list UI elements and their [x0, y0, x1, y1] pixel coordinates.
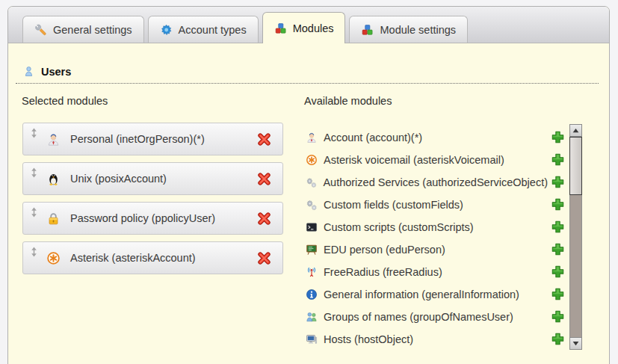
- selected-modules-list: Personal (inetOrgPerson)(*) Unix (posixA…: [22, 123, 283, 281]
- available-module-row: General information (generalInformation): [306, 283, 567, 306]
- available-module-row: EDU person (eduPerson): [306, 238, 567, 261]
- green-plus-add-icon[interactable]: [551, 287, 565, 301]
- green-plus-add-icon[interactable]: [551, 152, 565, 167]
- module-label: Authorized Services (authorizedServiceOb…: [323, 176, 548, 188]
- available-module-row: FreeRadius (freeRadius): [306, 261, 567, 283]
- triangle-up-icon: [572, 128, 579, 133]
- modules-icon: [361, 24, 374, 36]
- available-module-row: Groups of names (groupOfNamesUser): [306, 306, 567, 328]
- red-x-delete-icon[interactable]: [256, 211, 272, 226]
- module-label: Password policy (ppolicyUser): [70, 212, 256, 224]
- user-icon: [23, 65, 34, 78]
- available-module-row: Custom scripts (customScripts): [306, 216, 567, 238]
- antenna-icon: [306, 266, 318, 278]
- module-label: Hosts (hostObject): [324, 333, 413, 345]
- selected-module-row[interactable]: Personal (inetOrgPerson)(*): [22, 123, 283, 155]
- section-title: Users: [41, 66, 71, 78]
- computer-icon: [306, 333, 318, 345]
- info-icon: [306, 289, 318, 300]
- tab-bar: General settings Account types Modules M…: [8, 7, 609, 43]
- available-modules-scrollbar[interactable]: [569, 124, 582, 350]
- tab-label: General settings: [53, 24, 132, 36]
- module-label: Custom scripts (customScripts): [324, 221, 474, 233]
- red-x-delete-icon[interactable]: [256, 250, 272, 266]
- gear-icon: [160, 24, 173, 36]
- red-x-delete-icon[interactable]: [256, 132, 272, 147]
- scroll-up-button[interactable]: [569, 124, 582, 137]
- person-icon: [306, 132, 318, 144]
- available-module-row: Hosts (hostObject): [306, 328, 567, 351]
- green-plus-add-icon[interactable]: [551, 197, 565, 212]
- module-label: FreeRadius (freeRadius): [324, 266, 442, 278]
- asterisk-icon: [46, 251, 61, 265]
- asterisk-icon: [306, 154, 318, 166]
- group-icon: [306, 311, 318, 323]
- available-module-row: Asterisk voicemail (asteriskVoicemail): [306, 149, 567, 171]
- gears-icon: [306, 176, 317, 188]
- available-module-row: Authorized Services (authorizedServiceOb…: [306, 171, 567, 194]
- users-section-header: Users: [16, 65, 599, 84]
- triangle-down-icon: [572, 341, 579, 346]
- green-plus-add-icon[interactable]: [551, 332, 565, 346]
- available-modules-list: Account (account)(*) Asterisk voicemail …: [306, 126, 567, 351]
- red-x-delete-icon[interactable]: [256, 171, 272, 187]
- scroll-down-button[interactable]: [569, 337, 582, 350]
- module-label: General information (generalInformation): [324, 289, 519, 300]
- green-plus-add-icon[interactable]: [551, 130, 565, 144]
- selected-module-row[interactable]: Asterisk (asteriskAccount): [22, 241, 283, 274]
- green-plus-add-icon[interactable]: [551, 265, 565, 279]
- configuration-window: General settings Account types Modules M…: [7, 6, 610, 364]
- module-label: Unix (posixAccount): [70, 173, 256, 185]
- gears-icon: [306, 199, 318, 211]
- modules-icon: [274, 22, 287, 34]
- selected-module-row[interactable]: Unix (posixAccount): [22, 162, 283, 195]
- penguin-icon: [46, 172, 61, 186]
- lock-icon: [46, 212, 61, 226]
- module-label: Account (account)(*): [324, 132, 422, 144]
- scrollbar-thumb[interactable]: [569, 137, 582, 195]
- module-label: Personal (inetOrgPerson)(*): [70, 133, 256, 145]
- scrollbar-track[interactable]: [569, 137, 582, 337]
- wrench-icon: [34, 24, 47, 36]
- tab-label: Module settings: [380, 24, 456, 36]
- green-plus-add-icon[interactable]: [551, 220, 565, 234]
- green-plus-add-icon[interactable]: [551, 242, 565, 256]
- tab-account-types[interactable]: Account types: [148, 16, 259, 43]
- module-label: Asterisk (asteriskAccount): [70, 252, 256, 264]
- module-label: Custom fields (customFields): [324, 199, 463, 211]
- tab-label: Modules: [293, 22, 334, 34]
- modules-tab-content: Users Selected modules Available modules…: [8, 44, 609, 364]
- available-module-row: Custom fields (customFields): [306, 194, 567, 216]
- selected-modules-label: Selected modules: [22, 95, 108, 107]
- tab-label: Account types: [179, 24, 247, 36]
- available-modules-label: Available modules: [304, 95, 392, 107]
- green-plus-add-icon[interactable]: [551, 309, 565, 324]
- tab-general-settings[interactable]: General settings: [22, 16, 144, 43]
- module-label: Groups of names (groupOfNamesUser): [324, 311, 513, 323]
- updown-arrow-icon[interactable]: [31, 247, 37, 257]
- updown-arrow-icon[interactable]: [31, 207, 37, 218]
- tab-module-settings[interactable]: Module settings: [349, 16, 468, 43]
- tab-modules[interactable]: Modules: [262, 12, 346, 43]
- module-label: EDU person (eduPerson): [324, 244, 445, 256]
- terminal-icon: [306, 221, 318, 233]
- chalkboard-icon: [306, 244, 318, 256]
- updown-arrow-icon[interactable]: [31, 128, 37, 138]
- selected-module-row[interactable]: Password policy (ppolicyUser): [22, 202, 283, 235]
- module-label: Asterisk voicemail (asteriskVoicemail): [324, 154, 504, 166]
- green-plus-add-icon[interactable]: [551, 175, 565, 189]
- updown-arrow-icon[interactable]: [31, 167, 37, 178]
- available-module-row: Account (account)(*): [306, 126, 567, 149]
- person-icon: [46, 132, 61, 146]
